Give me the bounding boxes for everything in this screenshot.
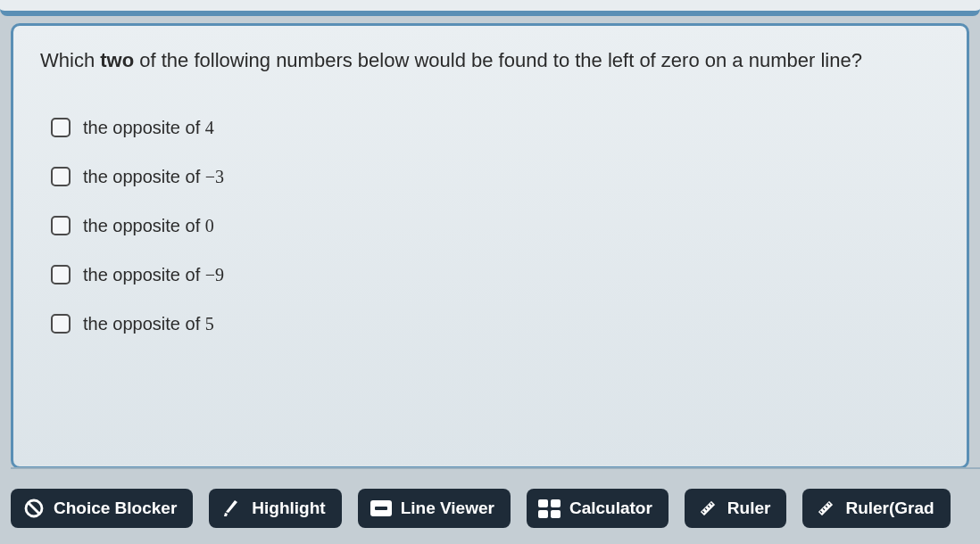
option-prefix: the opposite of — [83, 265, 205, 284]
previous-card-edge — [0, 0, 980, 16]
option-row[interactable]: the opposite of 0 — [51, 216, 940, 236]
ruler-button[interactable]: Ruler — [685, 489, 787, 528]
option-label[interactable]: the opposite of −3 — [83, 167, 224, 187]
option-prefix: the opposite of — [83, 167, 205, 186]
option-row[interactable]: the opposite of 5 — [51, 314, 940, 334]
calculator-icon — [539, 498, 561, 519]
tool-label: Calculator — [569, 499, 652, 518]
ruler-icon — [815, 498, 836, 519]
option-value: 0 — [205, 216, 214, 235]
option-row[interactable]: the opposite of −3 — [51, 167, 940, 187]
tool-label: Ruler — [727, 499, 771, 518]
question-prefix: Which — [40, 49, 100, 71]
svg-line-1 — [29, 503, 40, 515]
tool-label: Choice Blocker — [54, 499, 177, 518]
question-emphasis: two — [100, 49, 134, 71]
option-value: −9 — [205, 265, 224, 284]
question-text: Which two of the following numbers below… — [40, 47, 940, 75]
option-value: 5 — [205, 314, 214, 334]
checkbox[interactable] — [51, 167, 71, 186]
option-label[interactable]: the opposite of 0 — [83, 216, 214, 236]
line-viewer-icon — [370, 498, 392, 519]
option-prefix: the opposite of — [83, 216, 205, 235]
question-card: Which two of the following numbers below… — [11, 23, 969, 469]
option-value: 4 — [205, 118, 214, 137]
checkbox[interactable] — [51, 216, 71, 235]
option-row[interactable]: the opposite of −9 — [51, 265, 940, 285]
ruler-icon — [697, 498, 718, 519]
option-label[interactable]: the opposite of 4 — [83, 118, 214, 138]
option-value: −3 — [205, 167, 224, 186]
ruler-grad-button[interactable]: Ruler(Grad — [802, 489, 950, 528]
option-label[interactable]: the opposite of 5 — [83, 314, 214, 334]
prohibit-icon — [23, 498, 45, 519]
checkbox[interactable] — [51, 314, 71, 334]
option-label[interactable]: the opposite of −9 — [83, 265, 224, 285]
highlighter-icon — [221, 498, 243, 519]
calculator-button[interactable]: Calculator — [527, 489, 669, 528]
tool-label: Ruler(Grad — [845, 499, 934, 518]
tool-label: Highlight — [252, 499, 325, 518]
highlight-button[interactable]: Highlight — [209, 489, 341, 528]
toolbar: Choice Blocker Highlight Line Viewer Cal… — [11, 467, 980, 528]
option-prefix: the opposite of — [83, 314, 205, 334]
options-list: the opposite of 4 the opposite of −3 the… — [40, 118, 940, 334]
checkbox[interactable] — [51, 265, 71, 284]
tool-label: Line Viewer — [401, 499, 494, 518]
choice-blocker-button[interactable]: Choice Blocker — [11, 489, 193, 528]
option-prefix: the opposite of — [83, 118, 205, 137]
question-suffix: of the following numbers below would be … — [134, 49, 862, 71]
line-viewer-button[interactable]: Line Viewer — [358, 489, 511, 528]
option-row[interactable]: the opposite of 4 — [51, 118, 940, 138]
checkbox[interactable] — [51, 118, 71, 137]
